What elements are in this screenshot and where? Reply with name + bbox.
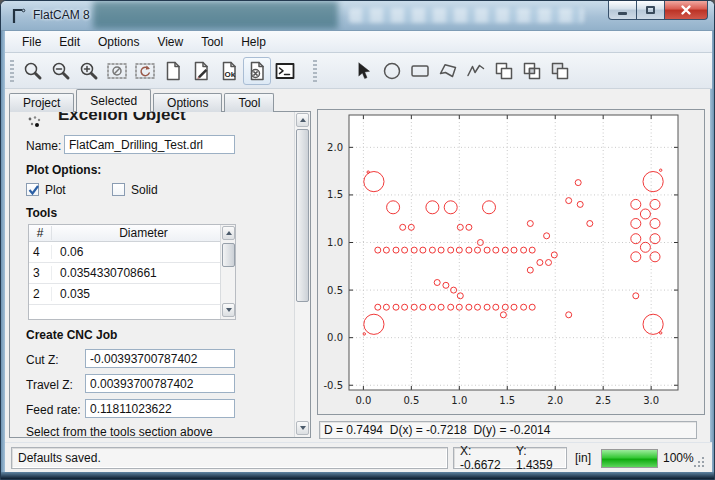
tool-diameter: 0.06: [52, 245, 235, 259]
maximize-button[interactable]: [636, 1, 665, 20]
menu-help[interactable]: Help: [232, 32, 275, 52]
cutz-label: Cut Z:: [26, 353, 59, 367]
file-delete-button[interactable]: [243, 57, 271, 85]
travelz-input[interactable]: [85, 374, 235, 393]
tool-number: 2: [29, 287, 52, 301]
menu-tool[interactable]: Tool: [192, 32, 232, 52]
file-open-button[interactable]: [187, 57, 215, 85]
col-diameter[interactable]: Diameter: [52, 226, 235, 240]
file-delete-icon: [245, 59, 269, 83]
toolbar-grip[interactable]: [313, 60, 317, 82]
menu-options[interactable]: Options: [89, 32, 148, 52]
plot-checkbox-label: Plot: [45, 183, 66, 197]
feedrate-input[interactable]: [85, 399, 235, 418]
table-row[interactable]: 3 0.0354330708661: [29, 263, 235, 284]
scroll-up-button[interactable]: [222, 226, 235, 240]
zoom-in-icon: [77, 59, 101, 83]
toolbar-grip[interactable]: [10, 60, 14, 82]
tab-selected[interactable]: Selected: [76, 89, 151, 112]
zoom-fit-button[interactable]: [19, 57, 47, 85]
table-row[interactable]: 2 0.035: [29, 284, 235, 305]
flatcam-window: FlatCAM 8 File Edit Options View Tool He…: [0, 0, 715, 480]
scrollbar-thumb[interactable]: [296, 129, 309, 302]
tool-number: 3: [29, 266, 52, 280]
svg-text:-0.5: -0.5: [323, 380, 343, 391]
union-button[interactable]: [490, 57, 518, 85]
panel-heading: Excellon Object: [58, 111, 186, 125]
zoom-in-button[interactable]: [75, 57, 103, 85]
select-cursor-button[interactable]: [350, 57, 378, 85]
draw-polyline-button[interactable]: [462, 57, 490, 85]
menu-view[interactable]: View: [148, 32, 192, 52]
selected-object-panel: Excellon Object Name: Plot Options: Plot…: [9, 111, 311, 438]
tools-note: Select from the tools section above: [26, 425, 213, 438]
status-message: Defaults saved.: [11, 447, 448, 469]
replot-button[interactable]: [131, 57, 159, 85]
plot-checkbox[interactable]: [26, 183, 39, 196]
toolbar: Ok: [5, 53, 712, 89]
menu-edit[interactable]: Edit: [50, 32, 89, 52]
minimize-icon: [618, 12, 627, 15]
file-new-button[interactable]: [159, 57, 187, 85]
scroll-down-button[interactable]: [296, 421, 309, 435]
coord-y: Y: 1.4359: [516, 444, 560, 472]
plot-canvas[interactable]: 0.00.51.01.52.02.53.0-0.50.00.51.01.52.0: [318, 110, 704, 414]
zoom-out-button[interactable]: [47, 57, 75, 85]
cnc-job-label: Create CNC Job: [26, 328, 117, 342]
scrollbar-thumb[interactable]: [222, 243, 235, 267]
resize-grip[interactable]: [693, 455, 706, 468]
tools-table: # Diameter 4 0.06 3 0.0354330708661 2 0.…: [28, 224, 236, 320]
measure-readout: D = 0.7494 D(x) = -0.7218 D(y) = -0.2014: [319, 421, 697, 439]
name-label: Name:: [26, 139, 61, 153]
file-ok-button[interactable]: Ok: [215, 57, 243, 85]
draw-polyline-icon: [464, 59, 488, 83]
maximize-icon: [646, 6, 655, 14]
zoom-fit-icon: [21, 59, 45, 83]
shell-icon: [273, 59, 297, 83]
col-number[interactable]: #: [29, 226, 52, 240]
background-bleed-blob: [93, 1, 338, 29]
background-bleed-text: [349, 8, 584, 23]
minimize-button[interactable]: [608, 1, 637, 20]
svg-text:1.0: 1.0: [451, 395, 467, 406]
table-row-partial[interactable]: [29, 305, 235, 326]
window-controls: [609, 1, 708, 20]
title-bar[interactable]: FlatCAM 8: [1, 1, 715, 31]
plot-options-label: Plot Options:: [26, 163, 101, 177]
tab-tool[interactable]: Tool: [224, 93, 274, 112]
table-scrollbar[interactable]: [220, 225, 235, 319]
subtract-button[interactable]: [546, 57, 574, 85]
scroll-down-button[interactable]: [222, 303, 235, 317]
intersection-button[interactable]: [518, 57, 546, 85]
panel-scrollbar[interactable]: [294, 112, 310, 437]
tab-project[interactable]: Project: [9, 93, 74, 112]
table-row[interactable]: 4 0.06: [29, 242, 235, 263]
file-new-icon: [161, 59, 185, 83]
clear-plot-button[interactable]: [103, 57, 131, 85]
solid-checkbox[interactable]: [112, 183, 125, 196]
intersection-icon: [520, 59, 544, 83]
progress-bar: [601, 449, 658, 468]
progress-fill: [602, 450, 657, 467]
close-button[interactable]: [664, 1, 708, 20]
file-open-icon: [189, 59, 213, 83]
svg-text:Ok: Ok: [225, 69, 236, 78]
window-border-left: [1, 31, 5, 472]
triangle-down-icon: [226, 308, 232, 312]
cutz-input[interactable]: [85, 349, 235, 368]
shell-button[interactable]: [271, 57, 299, 85]
draw-polygon-button[interactable]: [434, 57, 462, 85]
plot-panel: 0.00.51.01.52.02.53.0-0.50.00.51.01.52.0: [317, 109, 705, 415]
triangle-up-icon: [300, 118, 306, 122]
scroll-up-button[interactable]: [296, 113, 309, 127]
draw-circle-button[interactable]: [378, 57, 406, 85]
close-icon: [680, 4, 692, 16]
file-ok-icon: Ok: [217, 59, 241, 83]
menu-file[interactable]: File: [13, 32, 50, 52]
draw-rectangle-button[interactable]: [406, 57, 434, 85]
tab-options[interactable]: Options: [153, 93, 222, 112]
name-input[interactable]: [64, 135, 235, 154]
draw-circle-icon: [380, 59, 404, 83]
svg-text:0.5: 0.5: [403, 395, 419, 406]
replot-icon: [133, 59, 157, 83]
